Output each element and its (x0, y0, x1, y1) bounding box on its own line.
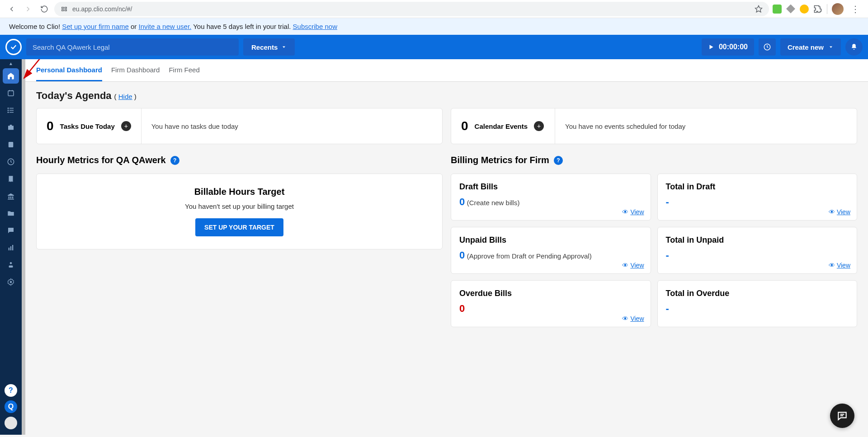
site-settings-icon (61, 5, 68, 13)
clio-logo[interactable] (5, 39, 22, 55)
trial-banner: Welcome to Clio! Set up your firm name o… (0, 18, 868, 35)
bank-icon (7, 192, 15, 200)
sidebar-accounts[interactable] (3, 188, 19, 204)
chevron-down-icon (281, 44, 287, 50)
setup-target-button[interactable]: SET UP YOUR TARGET (195, 218, 283, 236)
hourly-help-icon[interactable]: ? (170, 156, 179, 165)
extensions-icon[interactable] (813, 5, 822, 14)
svg-marker-6 (709, 45, 713, 49)
chrome-menu[interactable]: ⋮ (848, 4, 863, 14)
total-overdue-value: - (666, 303, 849, 315)
svg-rect-22 (12, 245, 13, 250)
svg-point-17 (8, 112, 9, 113)
tasks-due-count: 0 (47, 119, 54, 133)
bell-icon (850, 43, 858, 51)
total-draft-card: Total in Draft - 👁View (657, 174, 858, 221)
extension-3[interactable] (800, 5, 809, 14)
search-input[interactable] (33, 43, 232, 51)
notifications-button[interactable] (845, 38, 863, 56)
extension-2[interactable] (786, 5, 795, 14)
sidebar-settings[interactable] (3, 274, 19, 290)
star-icon[interactable] (755, 5, 763, 13)
sidebar-collapse-caret[interactable]: ▲ (9, 61, 13, 66)
svg-rect-24 (9, 266, 13, 268)
back-button[interactable] (5, 3, 18, 15)
sidebar-reports[interactable] (3, 240, 19, 255)
billing-help-icon[interactable]: ? (554, 156, 563, 165)
sidebar-quick[interactable]: Q (5, 400, 17, 413)
calendar-icon (7, 89, 15, 97)
svg-marker-4 (755, 5, 762, 12)
recents-button[interactable]: Recents (243, 38, 295, 56)
clock-icon (763, 43, 771, 51)
create-new-bills-link[interactable]: Create new bills (469, 199, 518, 207)
sidebar-user-avatar[interactable] (5, 417, 17, 429)
receipt-icon (7, 175, 15, 183)
url-text: eu.app.clio.com/nc/#/ (72, 5, 132, 13)
total-overdue-card: Total in Overdue - (657, 280, 858, 327)
draft-bills-card: Draft Bills 0 (Create new bills) 👁View (451, 174, 651, 221)
approve-pending-link[interactable]: Pending Approval (536, 252, 590, 260)
main-content: Personal Dashboard Firm Dashboard Firm F… (25, 59, 868, 435)
tasks-due-label: Tasks Due Today (60, 122, 115, 130)
overdue-bills-count: 0 (459, 303, 642, 315)
clock-button[interactable] (759, 38, 776, 56)
eye-icon: 👁 (622, 208, 628, 216)
svg-point-25 (10, 281, 12, 283)
sidebar-integrations[interactable] (3, 257, 19, 273)
eye-icon: 👁 (829, 262, 835, 269)
svg-rect-20 (9, 248, 9, 250)
billing-metrics-title: Billing Metrics for Firm ? (451, 155, 857, 165)
chat-icon (7, 226, 15, 235)
sidebar-tasks[interactable] (3, 103, 19, 118)
tab-personal-dashboard[interactable]: Personal Dashboard (36, 60, 102, 81)
svg-rect-1 (65, 7, 66, 9)
timer-button[interactable]: 00:00:00 (702, 38, 754, 56)
extension-1[interactable] (773, 5, 782, 14)
url-bar[interactable]: eu.app.clio.com/nc/#/ (54, 2, 769, 16)
draft-bills-view[interactable]: 👁View (622, 208, 644, 216)
sidebar-calendar[interactable] (3, 85, 19, 101)
setup-firm-link[interactable]: Set up your firm name (62, 23, 129, 30)
app-icon (7, 261, 15, 269)
add-event-button[interactable]: + (534, 121, 544, 131)
sidebar-documents[interactable] (3, 206, 19, 221)
dashboard-tabs: Personal Dashboard Firm Dashboard Firm F… (25, 59, 868, 82)
svg-point-15 (8, 108, 9, 109)
chat-fab[interactable] (830, 404, 854, 428)
create-new-button[interactable]: Create new (780, 38, 841, 56)
sidebar-billing[interactable] (3, 171, 19, 187)
svg-rect-0 (62, 7, 64, 9)
invite-user-link[interactable]: Invite a new user. (139, 23, 192, 30)
profile-avatar[interactable] (832, 3, 844, 15)
clock-icon (7, 158, 15, 166)
sidebar-contacts[interactable] (3, 137, 19, 152)
play-icon (708, 44, 714, 50)
approve-draft-link[interactable]: Draft (512, 252, 527, 260)
calendar-events-card: 0 Calendar Events + You have no events s… (451, 108, 857, 144)
events-label: Calendar Events (475, 122, 528, 130)
sidebar-resize-handle[interactable] (22, 59, 25, 435)
unpaid-bills-view[interactable]: 👁View (622, 262, 644, 269)
forward-button[interactable] (22, 3, 34, 15)
events-count: 0 (461, 119, 468, 133)
sidebar-communications[interactable] (3, 223, 19, 238)
events-empty-text: You have no events scheduled for today (555, 108, 857, 144)
reload-button[interactable] (38, 3, 51, 15)
search-box[interactable] (26, 38, 239, 56)
draft-bills-count: 0 (459, 196, 465, 207)
total-draft-view[interactable]: 👁View (829, 208, 850, 216)
add-task-button[interactable]: + (121, 121, 131, 131)
tab-firm-feed[interactable]: Firm Feed (169, 60, 199, 81)
sidebar-dashboard[interactable] (3, 68, 19, 84)
sidebar-activities[interactable] (3, 154, 19, 169)
total-unpaid-view[interactable]: 👁View (829, 262, 850, 269)
svg-rect-18 (9, 142, 14, 147)
hide-agenda-link[interactable]: Hide (118, 93, 132, 100)
subscribe-link[interactable]: Subscribe now (293, 23, 337, 30)
tab-firm-dashboard[interactable]: Firm Dashboard (111, 60, 160, 81)
svg-rect-9 (8, 91, 14, 96)
overdue-bills-view[interactable]: 👁View (622, 315, 644, 322)
sidebar-help[interactable]: ? (5, 384, 17, 397)
sidebar-matters[interactable] (3, 120, 19, 135)
